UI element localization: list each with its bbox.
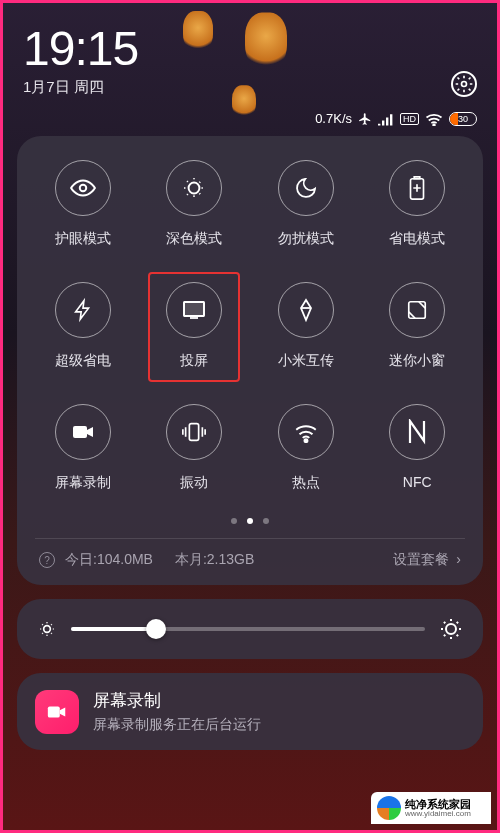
svg-point-2 bbox=[80, 185, 87, 192]
svg-rect-8 bbox=[73, 426, 87, 438]
page-indicator bbox=[27, 518, 473, 524]
svg-point-1 bbox=[433, 124, 435, 126]
watermark-logo-icon bbox=[377, 796, 401, 820]
brightness-high-icon bbox=[439, 617, 463, 641]
brightness-low-icon bbox=[37, 619, 57, 639]
notification-title: 屏幕录制 bbox=[93, 689, 261, 712]
signal-icon bbox=[378, 112, 394, 126]
qs-nfc[interactable]: NFC bbox=[362, 404, 474, 492]
qs-label: 屏幕录制 bbox=[55, 474, 111, 492]
qs-label: 振动 bbox=[180, 474, 208, 492]
svg-point-10 bbox=[304, 439, 307, 442]
eye-icon bbox=[70, 175, 96, 201]
qs-vibrate[interactable]: 振动 bbox=[139, 404, 251, 492]
brightness-slider[interactable] bbox=[17, 599, 483, 659]
camera-icon bbox=[71, 422, 95, 442]
nfc-icon bbox=[406, 419, 428, 445]
svg-point-3 bbox=[189, 183, 200, 194]
quick-settings-panel: 护眼模式 深色模式 勿扰模式 省电模式 超级省电 投屏 bbox=[17, 136, 483, 585]
data-usage-row[interactable]: ? 今日:104.0MB 本月:2.13GB 设置套餐 › bbox=[27, 539, 473, 571]
notification-subtitle: 屏幕录制服务正在后台运行 bbox=[93, 716, 261, 734]
clock-date: 1月7日 周四 bbox=[23, 78, 138, 97]
qs-eye-care[interactable]: 护眼模式 bbox=[27, 160, 139, 248]
cast-icon bbox=[182, 299, 206, 321]
hotspot-icon bbox=[293, 421, 319, 443]
qs-label: 勿扰模式 bbox=[278, 230, 334, 248]
bolt-icon bbox=[72, 297, 94, 323]
qs-cast[interactable]: 投屏 bbox=[139, 282, 251, 370]
qs-screen-record[interactable]: 屏幕录制 bbox=[27, 404, 139, 492]
vibrate-icon bbox=[181, 420, 207, 444]
screen-record-app-icon bbox=[35, 690, 79, 734]
dark-mode-icon bbox=[181, 175, 207, 201]
qs-dnd[interactable]: 勿扰模式 bbox=[250, 160, 362, 248]
qs-dark-mode[interactable]: 深色模式 bbox=[139, 160, 251, 248]
brightness-track[interactable] bbox=[71, 627, 425, 631]
wifi-icon bbox=[425, 112, 443, 126]
qs-label: NFC bbox=[403, 474, 432, 490]
qs-label: 迷你小窗 bbox=[389, 352, 445, 370]
watermark-badge: 纯净系统家园 www.yidaimei.com bbox=[371, 792, 491, 824]
qs-mi-share[interactable]: 小米互传 bbox=[250, 282, 362, 370]
qs-label: 护眼模式 bbox=[55, 230, 111, 248]
svg-point-11 bbox=[44, 626, 51, 633]
qs-label: 热点 bbox=[292, 474, 320, 492]
qs-battery-saver[interactable]: 省电模式 bbox=[362, 160, 474, 248]
battery-plus-icon bbox=[406, 175, 428, 201]
settings-gear-icon[interactable] bbox=[451, 71, 477, 97]
qs-label: 深色模式 bbox=[166, 230, 222, 248]
svg-rect-13 bbox=[48, 706, 60, 717]
qs-label: 小米互传 bbox=[278, 352, 334, 370]
notification-screen-record[interactable]: 屏幕录制 屏幕录制服务正在后台运行 bbox=[17, 673, 483, 750]
chevron-right-icon: › bbox=[452, 551, 461, 567]
airplane-icon bbox=[358, 112, 372, 126]
svg-point-12 bbox=[446, 624, 456, 634]
clock-time: 19:15 bbox=[23, 21, 138, 76]
qs-label: 省电模式 bbox=[389, 230, 445, 248]
network-speed: 0.7K/s bbox=[315, 111, 352, 126]
plan-settings-link[interactable]: 设置套餐 › bbox=[393, 551, 461, 569]
qs-hotspot[interactable]: 热点 bbox=[250, 404, 362, 492]
moon-icon bbox=[294, 176, 318, 200]
svg-point-0 bbox=[462, 82, 467, 87]
svg-rect-5 bbox=[184, 302, 204, 316]
qs-label: 超级省电 bbox=[55, 352, 111, 370]
qs-mini-window[interactable]: 迷你小窗 bbox=[362, 282, 474, 370]
battery-indicator: 30 bbox=[449, 112, 477, 126]
svg-rect-7 bbox=[409, 302, 426, 319]
qs-label: 投屏 bbox=[180, 352, 208, 370]
qs-ultra-saver[interactable]: 超级省电 bbox=[27, 282, 139, 370]
window-icon bbox=[406, 299, 428, 321]
share-icon bbox=[294, 298, 318, 322]
question-icon: ? bbox=[39, 552, 55, 568]
quick-settings-grid: 护眼模式 深色模式 勿扰模式 省电模式 超级省电 投屏 bbox=[27, 160, 473, 492]
hd-icon: HD bbox=[400, 113, 419, 125]
brightness-thumb[interactable] bbox=[146, 619, 166, 639]
svg-rect-9 bbox=[190, 424, 199, 441]
